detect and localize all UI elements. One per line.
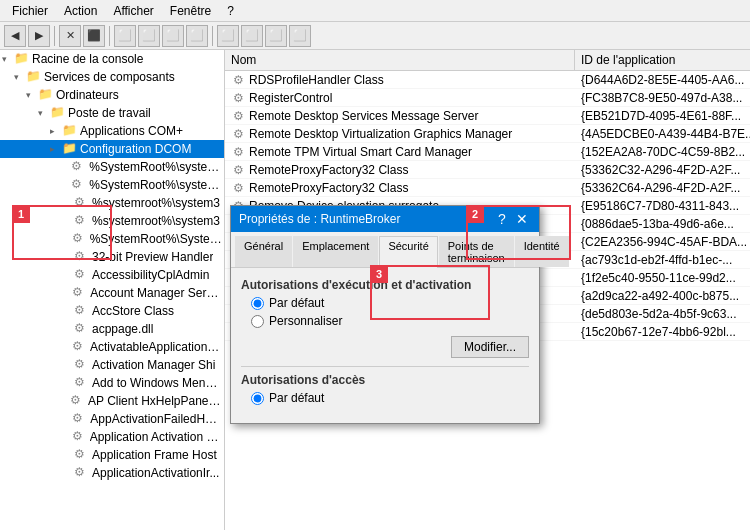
toolbar-btn2[interactable]: ⬜	[138, 25, 160, 47]
toolbar-btn5[interactable]: ⬜	[217, 25, 239, 47]
toolbar-btn7[interactable]: ⬜	[265, 25, 287, 47]
list-row[interactable]: ⚙ RemoteProxyFactory32 Class {53362C32-A…	[225, 161, 750, 179]
dialog-radio1[interactable]	[251, 297, 264, 310]
toolbar-btn1[interactable]: ⬜	[114, 25, 136, 47]
menu-fichier[interactable]: Fichier	[4, 2, 56, 20]
list-row[interactable]: ⚙ RegisterControl {FC38B7C8-9E50-497d-A3…	[225, 89, 750, 107]
list-cell-appid: {53362C32-A296-4F2D-A2F...	[575, 161, 750, 178]
tree-item-item12[interactable]: ⚙Activation Manager Shi	[0, 356, 224, 374]
toolbar-delete[interactable]: ✕	[59, 25, 81, 47]
dialog-close-btn[interactable]: ✕	[513, 210, 531, 228]
tree-item-item10[interactable]: ⚙acppage.dll	[0, 320, 224, 338]
tree-item-item14[interactable]: ⚙AP Client HxHelpPane S...	[0, 392, 224, 410]
list-item-name: Remote Desktop Virtualization Graphics M…	[249, 127, 512, 141]
folder-icon: 📁	[38, 87, 54, 103]
gear-icon: ⚙	[72, 411, 88, 427]
gear-icon: ⚙	[70, 393, 86, 409]
main-content: ▾📁Racine de la console▾📁Services de comp…	[0, 50, 750, 530]
gear-icon: ⚙	[231, 163, 245, 177]
dialog-help-btn[interactable]: ?	[493, 210, 511, 228]
tree-label: acppage.dll	[92, 322, 153, 336]
gear-icon: ⚙	[231, 73, 245, 87]
dialog-section2-label: Autorisations d'accès	[241, 373, 529, 387]
list-cell-appid: {D644A6D2-8E5E-4405-AA6...	[575, 71, 750, 88]
toolbar-sep2	[109, 26, 110, 46]
toolbar-sep1	[54, 26, 55, 46]
tree-item-item1[interactable]: ⚙%SystemRoot%\system...	[0, 158, 224, 176]
tree-label: AppActivationFailedHar...	[90, 412, 222, 426]
toolbar-btn8[interactable]: ⬜	[289, 25, 311, 47]
tree-item-item8[interactable]: ⚙Account Manager Servi...	[0, 284, 224, 302]
gear-icon: ⚙	[74, 303, 90, 319]
list-row[interactable]: ⚙ RDSProfileHandler Class {D644A6D2-8E5E…	[225, 71, 750, 89]
gear-icon: ⚙	[74, 267, 90, 283]
tree-item-item2[interactable]: ⚙%SystemRoot%\system...	[0, 176, 224, 194]
toolbar-btn3[interactable]: ⬜	[162, 25, 184, 47]
tree-item-appcom[interactable]: ▸📁Applications COM+	[0, 122, 224, 140]
toolbar-back[interactable]: ◀	[4, 25, 26, 47]
tree-item-configdcom[interactable]: ▸📁Configuration DCOM	[0, 140, 224, 158]
tree-arrow: ▾	[38, 108, 50, 118]
tree-item-racine[interactable]: ▾📁Racine de la console	[0, 50, 224, 68]
dialog-radio2-row: Personnaliser	[251, 314, 529, 328]
dialog-tab-points[interactable]: Points de terminaison	[439, 236, 514, 267]
tree-item-poste[interactable]: ▾📁Poste de travail	[0, 104, 224, 122]
tree-arrow: ▸	[50, 126, 62, 136]
list-row[interactable]: ⚙ Remote Desktop Virtualization Graphics…	[225, 125, 750, 143]
list-row[interactable]: ⚙ Remote TPM Virtual Smart Card Manager …	[225, 143, 750, 161]
list-cell-appid: {152EA2A8-70DC-4C59-8B2...	[575, 143, 750, 160]
tree-item-item4[interactable]: ⚙%systemroot%\system3	[0, 212, 224, 230]
dialog-tab-general[interactable]: Général	[235, 236, 292, 267]
tree-label: %SystemRoot%\system...	[89, 178, 222, 192]
toolbar-btn6[interactable]: ⬜	[241, 25, 263, 47]
tree-item-item16[interactable]: ⚙Application Activation M...	[0, 428, 224, 446]
tree-item-services[interactable]: ▾📁Services de composants	[0, 68, 224, 86]
menu-afficher[interactable]: Afficher	[105, 2, 161, 20]
dialog-runtime-broker[interactable]: Propriétés de : RuntimeBroker ? ✕ Généra…	[230, 205, 540, 424]
tree-label: Configuration DCOM	[80, 142, 191, 156]
menu-fenetre[interactable]: Fenêtre	[162, 2, 219, 20]
toolbar-sep3	[212, 26, 213, 46]
tree-item-item9[interactable]: ⚙AccStore Class	[0, 302, 224, 320]
toolbar-forward[interactable]: ▶	[28, 25, 50, 47]
list-row[interactable]: ⚙ RemoteProxyFactory32 Class {53362C64-A…	[225, 179, 750, 197]
tree-item-item13[interactable]: ⚙Add to Windows Menu...	[0, 374, 224, 392]
dialog-tab-securite[interactable]: Sécurité	[379, 236, 437, 268]
tree-item-item15[interactable]: ⚙AppActivationFailedHar...	[0, 410, 224, 428]
dialog-modify-btn[interactable]: Modifier...	[451, 336, 529, 358]
menu-help[interactable]: ?	[219, 2, 242, 20]
dialog-titlebar: Propriétés de : RuntimeBroker ? ✕	[231, 206, 539, 232]
dialog-radio2[interactable]	[251, 315, 264, 328]
tree-item-item17[interactable]: ⚙Application Frame Host	[0, 446, 224, 464]
tree-item-item18[interactable]: ⚙ApplicationActivationIr...	[0, 464, 224, 482]
tree-item-item11[interactable]: ⚙ActivatableApplicationR...	[0, 338, 224, 356]
col-header-appid[interactable]: ID de l'application	[575, 50, 750, 70]
dialog-tab-emplacement[interactable]: Emplacement	[293, 236, 378, 267]
tree-item-item5[interactable]: ⚙%SystemRoot%\System3	[0, 230, 224, 248]
list-cell-appid: {FC38B7C8-9E50-497d-A38...	[575, 89, 750, 106]
dialog-tab-identite[interactable]: Identité	[515, 236, 569, 267]
toolbar-properties[interactable]: ⬛	[83, 25, 105, 47]
menu-action[interactable]: Action	[56, 2, 105, 20]
list-item-name: RemoteProxyFactory32 Class	[249, 181, 408, 195]
tree-item-item6[interactable]: ⚙32-bit Preview Handler	[0, 248, 224, 266]
dialog-radio3[interactable]	[251, 392, 264, 405]
tree-item-item7[interactable]: ⚙AccessibilityCplAdmin	[0, 266, 224, 284]
gear-icon: ⚙	[231, 127, 245, 141]
tree-label: %systemroot%\system3	[92, 214, 220, 228]
tree-item-item3[interactable]: ⚙%systemroot%\system3	[0, 194, 224, 212]
folder-icon: 📁	[14, 51, 30, 67]
list-cell-name: ⚙ Remote Desktop Virtualization Graphics…	[225, 125, 575, 142]
dialog-title: Propriétés de : RuntimeBroker	[239, 212, 400, 226]
col-header-name[interactable]: Nom	[225, 50, 575, 70]
gear-icon: ⚙	[74, 195, 90, 211]
toolbar-btn4[interactable]: ⬜	[186, 25, 208, 47]
list-row[interactable]: ⚙ Remote Desktop Services Message Server…	[225, 107, 750, 125]
gear-icon: ⚙	[71, 159, 87, 175]
folder-icon: 📁	[62, 123, 78, 139]
folder-icon: 📁	[26, 69, 42, 85]
tree-label: Activation Manager Shi	[92, 358, 215, 372]
list-cell-appid: {4A5EDCBE0-A439-44B4-B7E...	[575, 125, 750, 142]
tree-item-ordinateurs[interactable]: ▾📁Ordinateurs	[0, 86, 224, 104]
list-cell-appid: {53362C64-A296-4F2D-A2F...	[575, 179, 750, 196]
